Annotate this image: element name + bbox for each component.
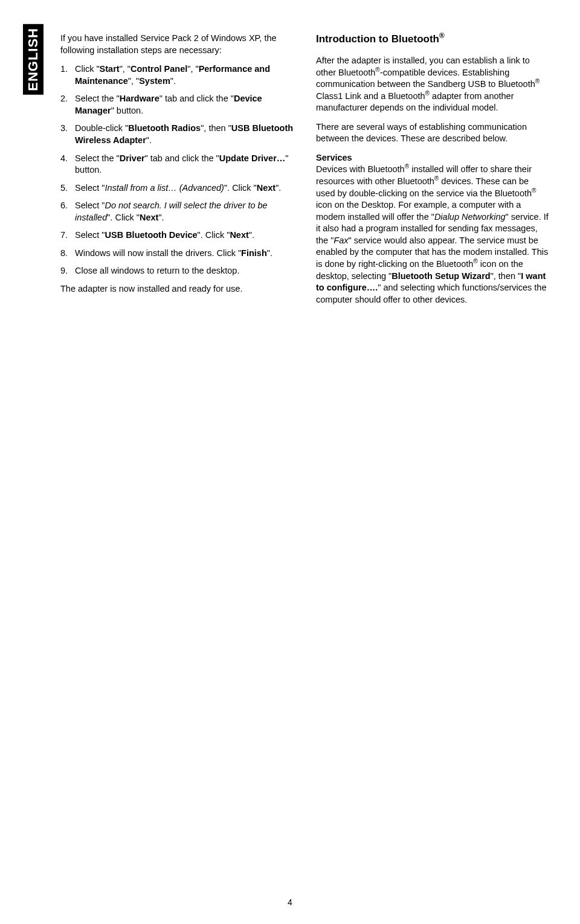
heading-text: Introduction to Bluetooth	[316, 33, 439, 45]
step-7: Select "USB Bluetooth Device". Click "Ne…	[60, 229, 294, 242]
step-bold: Update Driver…	[219, 153, 286, 163]
step-text: ", "	[128, 76, 139, 86]
step-3: Double-click "Bluetooth Radios", then "U…	[60, 123, 294, 146]
step-text: Select "	[75, 183, 105, 193]
step-text: ".	[249, 230, 254, 240]
registered-icon: ®	[375, 66, 379, 73]
step-text: " button.	[111, 106, 144, 115]
registered-icon: ®	[473, 258, 477, 265]
step-text: ". Click "	[107, 213, 140, 222]
content-columns: If you have installed Service Pack 2 of …	[60, 33, 550, 313]
step-4: Select the "Driver" tab and click the "U…	[60, 153, 294, 176]
step-text: ".	[267, 248, 272, 258]
body-bold: Bluetooth Setup Wizard	[392, 271, 490, 281]
step-text: ". Click "	[224, 183, 257, 193]
step-text: ", then "	[201, 123, 231, 133]
install-steps-list: Click "Start", "Control Panel", "Perform…	[60, 63, 294, 277]
step-bold: System	[139, 76, 170, 86]
step-8: Windows will now install the drivers. Cl…	[60, 248, 294, 260]
step-text: ", "	[187, 64, 198, 74]
step-text: ".	[170, 76, 176, 86]
step-bold: Next	[230, 230, 248, 240]
step-text: Select "	[75, 230, 105, 240]
body-italic: Fax	[334, 236, 348, 245]
body-text: ", then "	[491, 271, 521, 281]
section-heading: Introduction to Bluetooth®	[316, 33, 550, 47]
step-5: Select "Install from a list… (Advanced)"…	[60, 182, 294, 194]
step-bold: Control Panel	[130, 64, 187, 74]
step-text: ", "	[120, 64, 130, 74]
step-text: Double-click "	[75, 123, 128, 133]
page-number: 4	[0, 897, 580, 907]
services-subheading: Services	[316, 152, 550, 164]
step-text: Select "	[75, 201, 105, 210]
body-text: Devices with Bluetooth	[316, 164, 405, 174]
intro-paragraph: If you have installed Service Pack 2 of …	[60, 33, 294, 56]
step-1: Click "Start", "Control Panel", "Perform…	[60, 63, 294, 87]
outro-paragraph: The adapter is now installed and ready f…	[60, 283, 294, 295]
step-bold: USB Bluetooth Device	[105, 230, 197, 240]
step-text: Windows will now install the drivers. Cl…	[75, 248, 241, 258]
step-bold: Bluetooth Radios	[128, 123, 201, 133]
body-italic: Dialup Networking	[434, 212, 506, 222]
step-text: Select the "	[75, 153, 120, 163]
manual-page: ENGLISH If you have installed Service Pa…	[0, 0, 580, 924]
registered-icon: ®	[425, 90, 430, 97]
step-bold: Finish	[241, 248, 267, 258]
step-bold: Start	[100, 64, 120, 74]
registered-icon: ®	[535, 78, 540, 85]
registered-icon: ®	[439, 31, 445, 40]
step-2: Select the "Hardware" tab and click the …	[60, 93, 294, 117]
services-paragraph: Services Devices with Bluetooth® install…	[316, 152, 550, 306]
step-text: Close all windows to return to the deskt…	[75, 266, 239, 275]
language-tab: ENGLISH	[23, 24, 44, 95]
body-text: Class1 Link and a Bluetooth	[316, 91, 425, 101]
step-text: " tab and click the "	[145, 153, 219, 163]
step-bold: Next	[257, 183, 276, 193]
registered-icon: ®	[532, 187, 536, 194]
paragraph-1: After the adapter is installed, you can …	[316, 55, 550, 114]
step-text: ".	[276, 183, 281, 193]
step-bold: Driver	[120, 153, 145, 163]
step-text: ".	[146, 135, 152, 145]
step-bold: Next	[140, 213, 158, 222]
step-bold: Hardware	[120, 94, 160, 103]
right-column: Introduction to Bluetooth® After the ada…	[316, 33, 550, 313]
step-text: Click "	[75, 64, 100, 74]
step-text: ". Click "	[198, 230, 230, 240]
step-6: Select "Do not search. I will select the…	[60, 200, 294, 223]
step-9: Close all windows to return to the deskt…	[60, 265, 294, 277]
step-italic: Install from a list… (Advanced)	[105, 183, 224, 193]
paragraph-2: There are several ways of establishing c…	[316, 121, 550, 145]
step-text: ".	[158, 213, 164, 222]
step-text: " tab and click the "	[160, 94, 234, 103]
left-column: If you have installed Service Pack 2 of …	[60, 33, 294, 313]
step-text: Select the "	[75, 94, 120, 103]
